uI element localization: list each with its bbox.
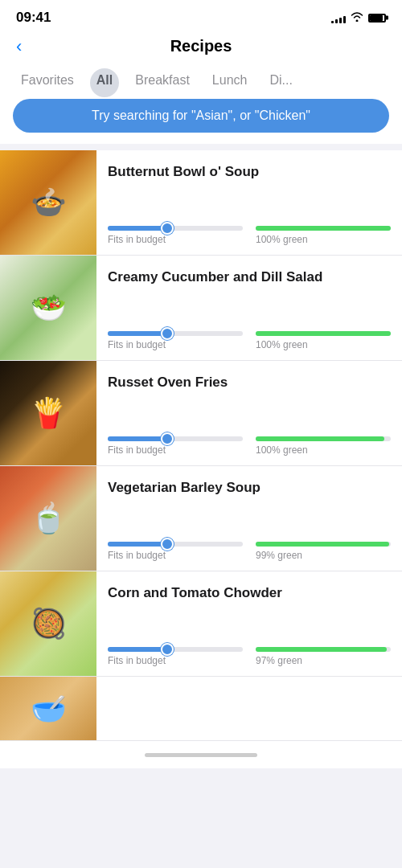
recipe-image: 🥣 bbox=[0, 677, 96, 741]
budget-bar-track bbox=[108, 647, 243, 652]
recipe-info: Vegetarian Barley Soup Fits in budget 99… bbox=[96, 466, 402, 571]
recipe-bars: Fits in budget 100% green bbox=[108, 331, 391, 350]
budget-bar-group: Fits in budget bbox=[108, 436, 243, 456]
budget-label: Fits in budget bbox=[108, 655, 243, 666]
recipe-name: Corn and Tomato Chowder bbox=[108, 584, 391, 602]
tab-active-indicator bbox=[90, 68, 119, 97]
budget-label: Fits in budget bbox=[108, 339, 243, 350]
back-button[interactable]: ‹ bbox=[16, 36, 22, 57]
budget-label: Fits in budget bbox=[108, 234, 243, 245]
recipe-image: 🥘 bbox=[0, 571, 96, 676]
budget-bar-fill bbox=[108, 647, 169, 652]
green-bar-group: 100% green bbox=[256, 331, 391, 350]
status-time: 09:41 bbox=[16, 10, 51, 26]
recipe-name: Russet Oven Fries bbox=[108, 374, 391, 391]
green-label: 100% green bbox=[256, 444, 391, 456]
recipe-image: 🍵 bbox=[0, 466, 96, 571]
search-bar[interactable]: Try searching for "Asian", or "Chicken" bbox=[13, 99, 389, 133]
home-indicator bbox=[0, 741, 402, 768]
recipe-bars: Fits in budget 99% green bbox=[108, 542, 391, 561]
tab-all[interactable]: All bbox=[85, 68, 124, 99]
section-divider bbox=[0, 144, 402, 150]
recipe-bars: Fits in budget 100% green bbox=[108, 226, 391, 245]
recipe-name: Creamy Cucumber and Dill Salad bbox=[108, 268, 391, 286]
green-label: 97% green bbox=[256, 655, 391, 666]
signal-icon bbox=[331, 12, 346, 23]
green-bar-track bbox=[256, 226, 391, 231]
tab-dinner[interactable]: Di... bbox=[258, 68, 303, 99]
status-icons bbox=[331, 11, 386, 24]
green-bar-fill bbox=[256, 436, 384, 441]
tab-breakfast[interactable]: Breakfast bbox=[124, 68, 201, 99]
tab-lunch[interactable]: Lunch bbox=[201, 68, 259, 99]
green-bar-fill bbox=[256, 226, 391, 231]
tabs-row: Favorites All Breakfast Lunch Di... bbox=[0, 68, 402, 99]
green-bar-track bbox=[256, 331, 391, 336]
recipe-info bbox=[96, 677, 402, 740]
recipe-info: Russet Oven Fries Fits in budget 100% gr… bbox=[96, 361, 402, 465]
budget-bar-fill bbox=[108, 436, 169, 441]
recipe-item[interactable]: 🍲 Butternut Bowl o' Soup Fits in budget … bbox=[0, 150, 402, 256]
budget-bar-fill bbox=[108, 331, 169, 336]
recipe-image: 🍲 bbox=[0, 150, 96, 255]
green-bar-group: 100% green bbox=[256, 436, 391, 456]
tab-favorites[interactable]: Favorites bbox=[10, 68, 85, 99]
recipe-item[interactable]: 🍟 Russet Oven Fries Fits in budget 100% … bbox=[0, 361, 402, 466]
recipe-image: 🥗 bbox=[0, 256, 96, 360]
recipe-bars: Fits in budget 100% green bbox=[108, 436, 391, 456]
recipe-name: Butternut Bowl o' Soup bbox=[108, 163, 391, 181]
budget-bar-track bbox=[108, 226, 243, 231]
recipe-item[interactable]: 🥗 Creamy Cucumber and Dill Salad Fits in… bbox=[0, 256, 402, 361]
wifi-icon bbox=[351, 11, 363, 24]
recipe-item[interactable]: 🍵 Vegetarian Barley Soup Fits in budget … bbox=[0, 466, 402, 571]
recipe-info: Creamy Cucumber and Dill Salad Fits in b… bbox=[96, 256, 402, 360]
recipe-info: Butternut Bowl o' Soup Fits in budget 10… bbox=[96, 150, 402, 255]
green-bar-fill bbox=[256, 542, 389, 547]
green-bar-group: 100% green bbox=[256, 226, 391, 245]
budget-bar-fill bbox=[108, 542, 169, 547]
battery-icon bbox=[368, 14, 386, 23]
green-bar-group: 99% green bbox=[256, 542, 391, 561]
recipe-info: Corn and Tomato Chowder Fits in budget 9… bbox=[96, 571, 402, 676]
header: ‹ Recipes bbox=[0, 31, 402, 62]
recipe-list: 🍲 Butternut Bowl o' Soup Fits in budget … bbox=[0, 150, 402, 741]
green-bar-track bbox=[256, 647, 391, 652]
green-label: 99% green bbox=[256, 550, 391, 561]
home-bar bbox=[145, 753, 257, 757]
budget-label: Fits in budget bbox=[108, 444, 243, 456]
status-bar: 09:41 bbox=[0, 0, 402, 31]
budget-bar-group: Fits in budget bbox=[108, 542, 243, 561]
budget-label: Fits in budget bbox=[108, 550, 243, 561]
tabs-container: Favorites All Breakfast Lunch Di... bbox=[0, 62, 402, 99]
budget-bar-track bbox=[108, 331, 243, 336]
page-title: Recipes bbox=[170, 37, 232, 55]
green-bar-group: 97% green bbox=[256, 647, 391, 666]
recipe-item[interactable]: 🥘 Corn and Tomato Chowder Fits in budget… bbox=[0, 571, 402, 677]
recipe-item-partial[interactable]: 🥣 bbox=[0, 677, 402, 741]
green-label: 100% green bbox=[256, 339, 391, 350]
recipe-image: 🍟 bbox=[0, 361, 96, 465]
green-bar-fill bbox=[256, 331, 391, 336]
budget-bar-group: Fits in budget bbox=[108, 331, 243, 350]
budget-bar-group: Fits in budget bbox=[108, 647, 243, 666]
green-bar-track bbox=[256, 542, 391, 547]
green-bar-track bbox=[256, 436, 391, 441]
budget-bar-track bbox=[108, 436, 243, 441]
green-label: 100% green bbox=[256, 234, 391, 245]
budget-bar-track bbox=[108, 542, 243, 547]
recipe-name: Vegetarian Barley Soup bbox=[108, 479, 391, 497]
budget-bar-fill bbox=[108, 226, 169, 231]
budget-bar-group: Fits in budget bbox=[108, 226, 243, 245]
green-bar-fill bbox=[256, 647, 387, 652]
recipe-bars: Fits in budget 97% green bbox=[108, 647, 391, 666]
search-bar-container: Try searching for "Asian", or "Chicken" bbox=[0, 99, 402, 144]
